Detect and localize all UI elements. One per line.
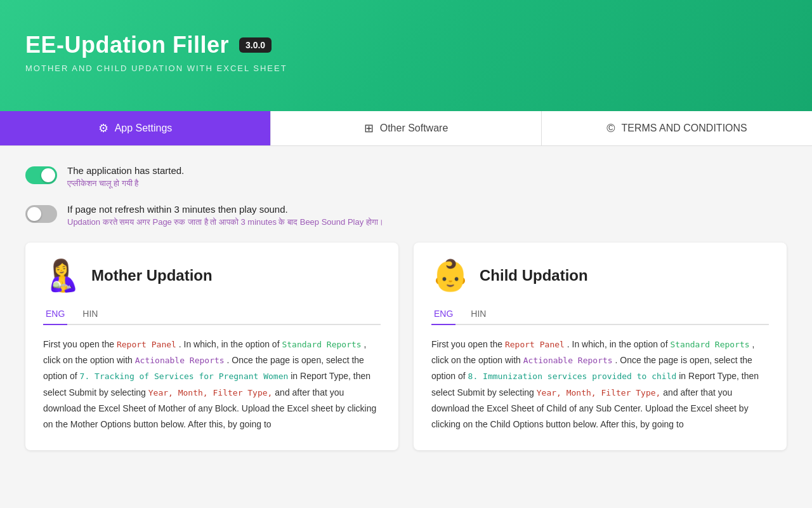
app-subtitle: MOTHER AND CHILD UPDATION WITH EXCEL SHE…: [25, 64, 787, 73]
child-immunization-option: 8. Immunization services provided to chi…: [468, 371, 677, 381]
child-updation-card: 👶 Child Updation ENG HIN First you open …: [414, 243, 787, 450]
child-tab-hin[interactable]: HIN: [468, 304, 488, 325]
child-standard-reports: Standard Reports: [670, 340, 749, 349]
version-badge: 3.0.0: [239, 37, 272, 53]
main-content: The application has started. एप्लीकेशन च…: [0, 146, 812, 469]
toggle-1-eng: The application has started.: [67, 165, 184, 176]
gear-icon: ⚙: [98, 121, 108, 135]
tab-other-software[interactable]: ⊞ Other Software: [271, 111, 541, 145]
toggle-1-text: The application has started. एप्लीकेशन च…: [67, 165, 184, 189]
mother-text-2: . In which, in the option of: [176, 339, 282, 349]
mother-updation-card: 🤱 Mother Updation ENG HIN First you open…: [25, 243, 398, 450]
toggle-sound[interactable]: [25, 205, 57, 223]
mother-actionable-reports: Actionable Reports: [135, 356, 225, 365]
tab-terms[interactable]: © TERMS AND CONDITIONS: [542, 111, 812, 145]
child-icon: 👶: [431, 260, 469, 291]
toggle-knob-1: [41, 168, 55, 182]
child-lang-tabs: ENG HIN: [431, 304, 769, 325]
child-tab-eng[interactable]: ENG: [431, 304, 455, 325]
child-card-header: 👶 Child Updation: [431, 260, 769, 291]
mother-tab-hin[interactable]: HIN: [80, 304, 100, 325]
toggle-2-eng: If page not refresh within 3 minutes the…: [67, 204, 384, 215]
copyright-icon: ©: [606, 122, 615, 135]
toggle-app-started[interactable]: [25, 166, 57, 184]
mother-filter-type: Year, Month, Filter Type,: [148, 388, 273, 398]
toggle-row-1: The application has started. एप्लीकेशन च…: [25, 165, 787, 189]
mother-tab-eng[interactable]: ENG: [43, 304, 67, 325]
tab-app-settings[interactable]: ⚙ App Settings: [0, 111, 270, 145]
toggle-1-hin: एप्लीकेशन चालू हो गयी है: [67, 178, 184, 189]
mother-card-header: 🤱 Mother Updation: [43, 260, 381, 291]
mother-lang-tabs: ENG HIN: [43, 304, 381, 325]
tab-other-software-label: Other Software: [380, 123, 449, 134]
tab-terms-label: TERMS AND CONDITIONS: [622, 123, 747, 134]
child-card-body: First you open the Report Panel . In whi…: [431, 337, 769, 432]
child-actionable-reports: Actionable Reports: [523, 356, 613, 365]
app-title: EE-Updation Filler: [25, 32, 229, 58]
nav-tabs: ⚙ App Settings ⊞ Other Software © TERMS …: [0, 111, 812, 146]
cards-row: 🤱 Mother Updation ENG HIN First you open…: [25, 243, 787, 450]
mother-standard-reports: Standard Reports: [282, 340, 361, 349]
child-text-1: First you open the: [431, 339, 505, 349]
toggle-2-text: If page not refresh within 3 minutes the…: [67, 204, 384, 227]
toggle-2-hin: Updation करते समय अगर Page रुक जाता है त…: [67, 217, 384, 227]
mother-icon: 🤱: [43, 260, 81, 291]
mother-tracking-option: 7. Tracking of Services for Pregnant Wom…: [80, 371, 289, 381]
app-header: EE-Updation Filler 3.0.0 MOTHER AND CHIL…: [0, 0, 812, 111]
mother-text-1: First you open the: [43, 339, 117, 349]
tab-app-settings-label: App Settings: [115, 123, 173, 134]
mother-card-title: Mother Updation: [91, 267, 213, 284]
child-text-2: . In which, in the option of: [565, 339, 671, 349]
toggle-row-2: If page not refresh within 3 minutes the…: [25, 204, 787, 227]
child-filter-type: Year, Month, Filter Type,: [537, 388, 661, 398]
child-card-title: Child Updation: [480, 267, 588, 284]
toggle-knob-2: [27, 207, 41, 221]
mother-card-body: First you open the Report Panel . In whi…: [43, 337, 381, 432]
mother-report-panel: Report Panel: [117, 340, 176, 349]
child-report-panel: Report Panel: [505, 340, 565, 349]
network-icon: ⊞: [364, 121, 374, 135]
